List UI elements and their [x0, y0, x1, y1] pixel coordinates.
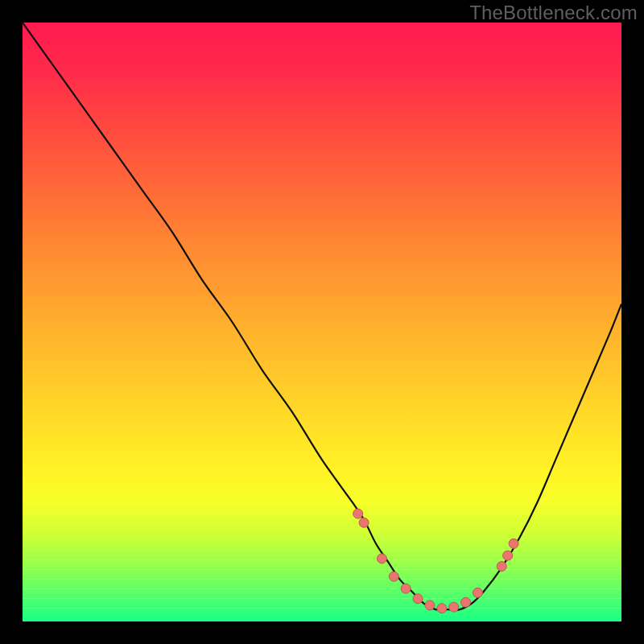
curve-marker — [437, 604, 447, 613]
curve-marker — [389, 572, 398, 581]
curve-marker — [497, 562, 506, 572]
bottleneck-curve-path — [23, 23, 621, 610]
curve-marker — [413, 594, 423, 604]
curve-marker — [401, 584, 411, 593]
watermark-text: TheBottleneck.com — [469, 2, 638, 24]
curve-marker — [425, 601, 435, 610]
curve-marker — [449, 602, 459, 612]
curve-marker — [461, 597, 471, 607]
curve-marker — [503, 551, 513, 560]
curve-marker — [509, 539, 518, 548]
curve-marker — [353, 509, 363, 518]
curve-svg — [23, 23, 621, 621]
plot-area — [23, 23, 621, 621]
curve-marker — [359, 518, 369, 527]
chart-frame: TheBottleneck.com — [0, 0, 644, 644]
curve-marker — [473, 588, 482, 597]
curve-markers — [353, 509, 518, 613]
curve-marker — [377, 554, 386, 564]
